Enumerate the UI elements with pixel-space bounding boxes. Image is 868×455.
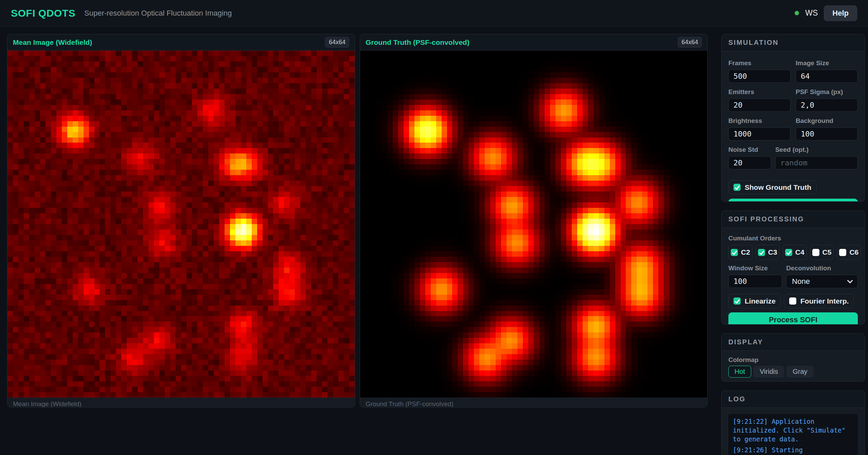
linearize-checkbox-icon[interactable] (733, 297, 741, 305)
seed-input[interactable] (775, 156, 858, 169)
log-panel-body: [9:21:22] Application initialized. Click… (722, 408, 865, 455)
simulate-button[interactable]: Simulate (728, 199, 858, 202)
cumulant-c5-label: C5 (822, 248, 832, 256)
brightness-label: Brightness (728, 117, 791, 125)
header-right: WS Help (795, 5, 857, 21)
cumulant-orders-row: C2 C3 C4 C5 (728, 245, 858, 260)
simulation-panel-body: Frames Image Size Emitters PSF Sigma (px… (722, 51, 865, 202)
sofi-options-row: Linearize Fourier Interp. (728, 294, 858, 308)
display-panel-body: Colormap Hot Viridis Gray (722, 351, 865, 382)
fourier-interp-checkbox-icon[interactable] (789, 297, 796, 305)
simulation-row-2: Emitters PSF Sigma (px) (728, 88, 858, 112)
cumulant-c3-checkbox-icon[interactable] (758, 249, 765, 256)
cumulant-c4-checkbox-icon[interactable] (785, 249, 792, 256)
cumulant-c4-toggle[interactable]: C4 (783, 245, 807, 260)
main-content: Mean Image (Widefield) 64x64 Mean Image … (0, 26, 868, 455)
colormap-label: Colormap (728, 356, 858, 364)
frames-label: Frames (728, 59, 791, 67)
simulation-row-1: Frames Image Size (728, 59, 858, 83)
ground-truth-title: Ground Truth (PSF-convolved) (366, 38, 470, 47)
control-sidebar: SIMULATION Frames Image Size Emitters (721, 34, 865, 455)
window-size-label: Window Size (728, 265, 782, 272)
cumulant-c6-toggle[interactable]: C6 (837, 245, 861, 260)
deconvolution-select[interactable]: None (786, 275, 858, 288)
display-panel: DISPLAY Colormap Hot Viridis Gray (721, 333, 865, 382)
cumulant-c2-toggle[interactable]: C2 (728, 245, 752, 260)
help-button[interactable]: Help (824, 5, 857, 21)
emitters-label: Emitters (728, 88, 791, 96)
colormap-button-group: Hot Viridis Gray (728, 366, 858, 378)
seed-label: Seed (opt.) (775, 146, 858, 153)
cumulant-c6-checkbox-icon[interactable] (839, 249, 846, 256)
ground-truth-panel-header: Ground Truth (PSF-convolved) 64x64 (360, 34, 707, 51)
log-entry: [9:21:22] Application initialized. Click… (733, 417, 853, 443)
cumulant-orders-label: Cumulant Orders (728, 235, 858, 242)
cumulant-c6-label: C6 (849, 248, 858, 256)
app-subtitle: Super-resolution Optical Fluctuation Ima… (84, 9, 232, 18)
noise-std-label: Noise Std (728, 146, 771, 153)
sofi-panel-title: SOFI PROCESSING (722, 211, 865, 228)
image-size-input[interactable] (796, 70, 858, 83)
deconvolution-label: Deconvolution (786, 265, 858, 272)
app-title: SOFI QDOTS (11, 7, 75, 19)
background-label: Background (796, 117, 858, 125)
sofi-panel-body: Cumulant Orders C2 C3 C4 (722, 228, 865, 325)
log-panel: LOG [9:21:22] Application initialized. C… (721, 390, 865, 455)
mean-image-viewport (7, 51, 355, 398)
mean-image-canvas (7, 51, 355, 398)
cumulant-c2-checkbox-icon[interactable] (731, 249, 738, 256)
log-output[interactable]: [9:21:22] Application initialized. Click… (728, 413, 858, 455)
simulation-panel-title: SIMULATION (722, 34, 865, 51)
brightness-input[interactable] (728, 127, 791, 141)
status-dot-icon (795, 11, 799, 15)
simulation-row-3: Brightness Background (728, 117, 858, 141)
process-sofi-button[interactable]: Process SOFI (728, 312, 858, 325)
show-ground-truth-toggle[interactable]: Show Ground Truth (728, 180, 816, 194)
cumulant-c5-toggle[interactable]: C5 (810, 245, 834, 260)
chevron-down-icon (847, 278, 853, 284)
sofi-row-2: Window Size Deconvolution None (728, 265, 858, 288)
colormap-hot-button[interactable]: Hot (728, 366, 751, 378)
window-size-input[interactable] (728, 275, 782, 288)
frames-input[interactable] (728, 70, 791, 83)
linearize-label: Linearize (745, 297, 776, 305)
background-input[interactable] (796, 127, 858, 141)
ground-truth-panel: Ground Truth (PSF-convolved) 64x64 Groun… (360, 34, 708, 407)
show-ground-truth-checkbox-icon[interactable] (733, 184, 741, 191)
fourier-interp-label: Fourier Interp. (800, 297, 849, 305)
websocket-status-label: WS (805, 8, 818, 18)
cumulant-c3-toggle[interactable]: C3 (756, 245, 780, 260)
cumulant-c3-label: C3 (768, 248, 777, 256)
simulation-panel: SIMULATION Frames Image Size Emitters (721, 34, 865, 202)
mean-image-title: Mean Image (Widefield) (13, 38, 92, 47)
mean-image-size-badge: 64x64 (325, 37, 349, 48)
cumulant-c2-label: C2 (741, 248, 750, 256)
ground-truth-caption: Ground Truth (PSF-convolved) (360, 398, 707, 407)
deconvolution-selected-value: None (792, 277, 810, 286)
viewer-row: Mean Image (Widefield) 64x64 Mean Image … (7, 34, 708, 455)
ground-truth-canvas (360, 51, 707, 398)
image-size-label: Image Size (796, 59, 858, 67)
show-ground-truth-label: Show Ground Truth (745, 183, 811, 192)
log-entry: [9:21:26] Starting simulation... (733, 445, 853, 455)
cumulant-c4-label: C4 (795, 248, 804, 256)
mean-image-caption: Mean Image (Widefield) (7, 398, 355, 407)
linearize-toggle[interactable]: Linearize (728, 294, 781, 308)
noise-std-input[interactable] (728, 156, 771, 169)
colormap-gray-button[interactable]: Gray (786, 366, 813, 378)
emitters-input[interactable] (728, 98, 791, 112)
sofi-processing-panel: SOFI PROCESSING Cumulant Orders C2 C3 C4 (721, 211, 865, 325)
display-panel-title: DISPLAY (722, 334, 865, 351)
log-panel-title: LOG (722, 391, 865, 408)
simulation-row-4: Noise Std Seed (opt.) (728, 146, 858, 169)
psf-sigma-label: PSF Sigma (px) (796, 88, 858, 96)
ground-truth-size-badge: 64x64 (678, 37, 702, 48)
mean-image-panel: Mean Image (Widefield) 64x64 Mean Image … (7, 34, 355, 407)
psf-sigma-input[interactable] (796, 98, 858, 112)
app-header: SOFI QDOTS Super-resolution Optical Fluc… (0, 0, 868, 26)
mean-image-panel-header: Mean Image (Widefield) 64x64 (7, 34, 355, 51)
fourier-interp-toggle[interactable]: Fourier Interp. (784, 294, 854, 308)
cumulant-c5-checkbox-icon[interactable] (812, 249, 819, 256)
colormap-viridis-button[interactable]: Viridis (754, 366, 784, 378)
ground-truth-viewport (360, 51, 707, 398)
